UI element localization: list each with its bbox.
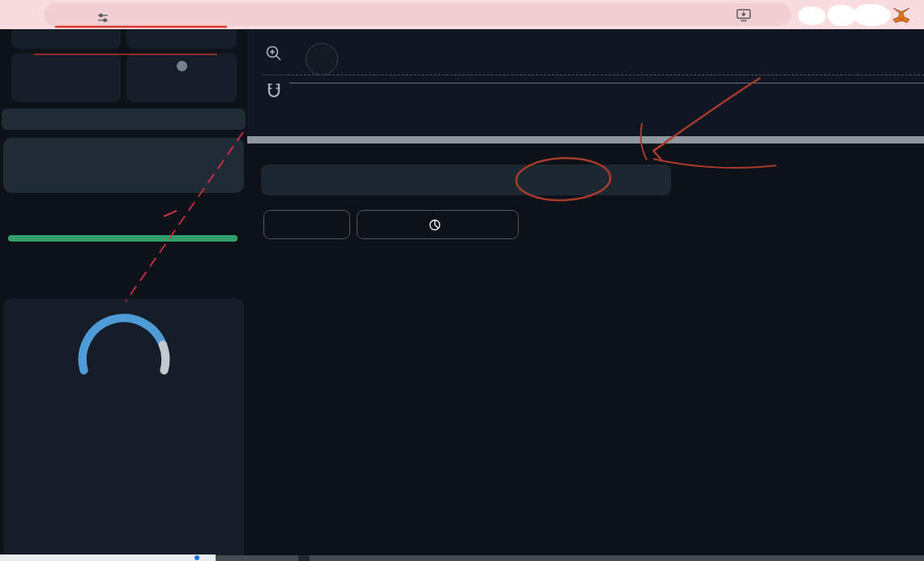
site-info-icon[interactable] bbox=[97, 12, 109, 24]
price-chart bbox=[247, 29, 924, 136]
pie-chart-icon bbox=[429, 219, 441, 231]
holders-table bbox=[247, 251, 924, 283]
token-sidebar bbox=[0, 29, 247, 561]
metamask-icon[interactable] bbox=[892, 6, 911, 25]
info-icon[interactable] bbox=[177, 61, 187, 71]
redacted-extension-icon bbox=[853, 4, 891, 26]
sidebar-bottom-strip bbox=[0, 555, 216, 561]
dextscore-card bbox=[3, 298, 244, 561]
stat-card-volatility bbox=[126, 54, 237, 102]
horizontal-scrollbar[interactable] bbox=[216, 555, 924, 561]
toolbar-divider bbox=[262, 75, 288, 75]
time-axis-line bbox=[289, 83, 924, 84]
install-app-icon[interactable] bbox=[736, 8, 751, 22]
tradingview-logo[interactable] bbox=[306, 43, 338, 75]
chart-resize-handle[interactable] bbox=[247, 136, 924, 143]
redacted-extension-icon bbox=[798, 6, 826, 25]
holders-table-header bbox=[247, 251, 924, 283]
stat-card-total-supply bbox=[11, 54, 121, 102]
zoom-in-icon[interactable] bbox=[265, 45, 283, 62]
redacted-extension-icon bbox=[828, 5, 857, 26]
bubblemaps-button[interactable] bbox=[263, 210, 350, 239]
volatility-label bbox=[126, 61, 237, 74]
magnet-icon[interactable] bbox=[266, 83, 282, 101]
scrollbar-notch bbox=[298, 555, 310, 561]
audit-header bbox=[18, 452, 233, 475]
buy-sell-ratio-bar bbox=[8, 235, 237, 242]
browser-toolbar bbox=[0, 0, 924, 29]
token-tabs bbox=[261, 165, 671, 195]
dextscore-gauge bbox=[71, 308, 177, 375]
stat-card-liquidity bbox=[11, 29, 121, 49]
token-holders-chart-button[interactable] bbox=[357, 210, 519, 239]
timeframe-selector bbox=[3, 138, 244, 193]
more-info-button[interactable] bbox=[2, 109, 246, 130]
price-dashed-line bbox=[288, 75, 924, 75]
main-panel bbox=[247, 29, 924, 561]
buy-ratio-fill bbox=[8, 235, 237, 242]
bottom-blue-dot bbox=[195, 555, 199, 560]
address-bar[interactable] bbox=[44, 3, 791, 26]
stat-card-volume bbox=[126, 29, 237, 49]
